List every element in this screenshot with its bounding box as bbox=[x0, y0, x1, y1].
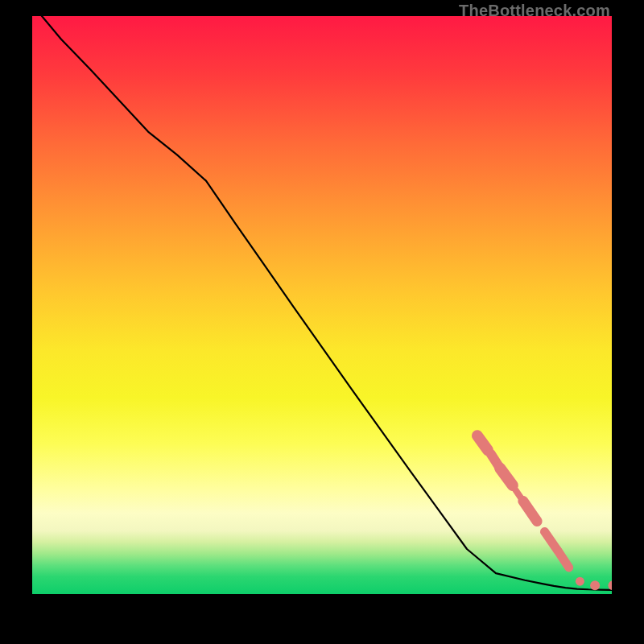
chart-marker bbox=[590, 580, 600, 590]
chart-marker bbox=[608, 580, 612, 590]
chart-marker bbox=[523, 501, 537, 521]
chart-marker bbox=[477, 436, 488, 450]
chart-marker bbox=[500, 468, 513, 485]
chart-marker bbox=[576, 577, 584, 586]
chart-marker bbox=[558, 551, 569, 568]
chart-plot-area bbox=[32, 16, 612, 594]
chart-overlay bbox=[32, 16, 612, 594]
